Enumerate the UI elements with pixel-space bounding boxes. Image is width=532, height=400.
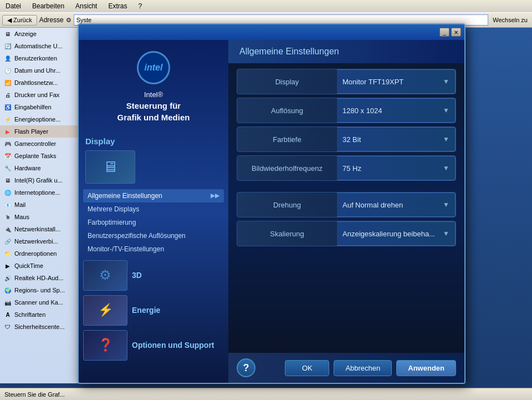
- geplante-icon: 📅: [3, 151, 12, 160]
- sidebar-label-mail: Mail: [14, 201, 25, 208]
- cancel-button[interactable]: Abbrechen: [334, 360, 392, 376]
- resolution-arrow-icon: ▼: [443, 107, 449, 114]
- left-panel: intel Intel® Steuerung für Grafik und Me…: [79, 40, 228, 383]
- sidebar-label-intel: Intel(R) Grafik u...: [14, 177, 63, 184]
- display-dropdown[interactable]: Monitor TFT19XPT ▼: [337, 69, 456, 94]
- status-bar: Steuern Sie die Graf...: [0, 388, 532, 400]
- display-thumbnail: 🖥: [85, 150, 135, 184]
- minimize-button[interactable]: _: [439, 28, 449, 37]
- sidebar-label-geplante: Geplante Tasks: [14, 153, 57, 159]
- menu-bar: Datei Bearbeiten Ansicht Extras ?: [0, 0, 532, 12]
- sidebar-item-quicktime[interactable]: ▶ QuickTime: [0, 260, 81, 272]
- rotation-dropdown[interactable]: Auf Normal drehen ▼: [337, 193, 456, 217]
- sidebar-label-sicherheit: Sicherheitscente...: [14, 323, 65, 330]
- sidebar-item-scanner[interactable]: 📷 Scanner und Ka...: [0, 296, 81, 308]
- sidebar-label-schriften: Schriftarten: [14, 311, 45, 318]
- apply-button[interactable]: Anwenden: [396, 360, 456, 376]
- sidebar-item-eingabe[interactable]: ♿ Eingabehilfen: [0, 101, 81, 113]
- nav-farboptimierung[interactable]: Farboptimierung: [83, 216, 224, 229]
- sidebar-item-energie[interactable]: ⚡ Energieoptione...: [0, 113, 81, 125]
- address-system-icon: ⚙: [66, 17, 71, 24]
- menu-bearbeiten[interactable]: Bearbeiten: [29, 1, 68, 11]
- help-label: ?: [243, 362, 249, 374]
- menu-extras[interactable]: Extras: [105, 1, 130, 11]
- nav-allgemeine[interactable]: Allgemeine Einstellungen ▶▶: [83, 189, 224, 202]
- netzwerk2-icon: 🔗: [3, 237, 12, 246]
- sidebar-item-hardware[interactable]: 🔧 Hardware: [0, 162, 81, 174]
- sidebar-item-ordner[interactable]: 📁 Ordneroptionen: [0, 247, 81, 260]
- optionen-support-icon: ❓: [98, 338, 113, 352]
- color-depth-dropdown[interactable]: 32 Bit ▼: [337, 127, 456, 151]
- resolution-dropdown[interactable]: 1280 x 1024 ▼: [337, 98, 456, 123]
- section-divider: [237, 184, 456, 189]
- sidebar-list: 🖥 Anzeige 🔄 Automatische U... 👤 Benutzer…: [0, 28, 82, 383]
- dialog-body: intel Intel® Steuerung für Grafik und Me…: [79, 40, 464, 383]
- energie-thumb-item[interactable]: ⚡ Energie: [83, 295, 224, 326]
- ok-button[interactable]: OK: [285, 360, 329, 376]
- nav-monitor-tv[interactable]: Monitor-/TV-Einstellungen: [83, 242, 224, 256]
- help-button[interactable]: ?: [237, 358, 255, 377]
- sidebar-label-anzeige: Anzeige: [14, 31, 37, 37]
- 3d-gear-icon: ⚙: [99, 267, 111, 283]
- monitor-icon: 🖥: [103, 158, 118, 176]
- sidebar-label-maus: Maus: [14, 214, 29, 220]
- sidebar-label-scanner: Scanner und Ka...: [14, 299, 63, 306]
- sidebar-label-netzwerk2: Netzwerkverbi...: [14, 238, 58, 245]
- intel-logo: intel: [137, 51, 170, 84]
- menu-help[interactable]: ?: [135, 1, 145, 11]
- sidebar-item-realtek[interactable]: 🔊 Realtek HD-Aud...: [0, 272, 81, 284]
- sidebar-label-ordner: Ordneroptionen: [14, 250, 57, 257]
- automatische-icon: 🔄: [3, 42, 12, 50]
- sidebar-item-maus[interactable]: 🖱 Maus: [0, 211, 81, 223]
- 3d-thumb-item[interactable]: ⚙ 3D: [83, 260, 224, 291]
- sidebar-item-drahtlos[interactable]: 📶 Drahtlosnetzw...: [0, 77, 81, 89]
- intel-icon: 🖥: [3, 176, 12, 185]
- sidebar-item-netzwerk1[interactable]: 🔌 Netzwerkinstall...: [0, 223, 81, 235]
- nav-benutzerspezifisch[interactable]: Benutzerspezifische Auflösungen: [83, 229, 224, 242]
- right-header-title: Allgemeine Einstellungen: [239, 47, 339, 56]
- intel-subtitle-line1: Steuerung für: [126, 101, 181, 110]
- sidebar-item-benutzerkonten[interactable]: 👤 Benutzerkonten: [0, 52, 81, 64]
- sidebar-item-netzwerk2[interactable]: 🔗 Netzwerkverbi...: [0, 235, 81, 247]
- energie-section: ⚡ Energie: [79, 293, 228, 328]
- sidebar-item-internet[interactable]: 🌐 Internetoptione...: [0, 186, 81, 199]
- 3d-section: ⚙ 3D: [79, 258, 228, 293]
- nav-mehrere[interactable]: Mehrere Displays: [83, 202, 224, 216]
- sidebar-item-automatische[interactable]: 🔄 Automatische U...: [0, 40, 81, 52]
- sidebar-item-mail[interactable]: 📧 Mail: [0, 199, 81, 211]
- eingabe-icon: ♿: [3, 103, 12, 112]
- display-setting-row: Display Monitor TFT19XPT ▼: [237, 69, 456, 94]
- status-text: Steuern Sie die Graf...: [4, 391, 65, 398]
- sidebar-item-intel[interactable]: 🖥 Intel(R) Grafik u...: [0, 174, 81, 186]
- scaling-setting-row: Skalierung Anzeigeskalierung beibeha... …: [237, 221, 456, 246]
- sidebar-item-sicherheit[interactable]: 🛡 Sicherheitscente...: [0, 321, 81, 333]
- optionen-thumbnail: ❓: [83, 330, 127, 361]
- refresh-dropdown[interactable]: 75 Hz ▼: [337, 156, 456, 180]
- energie-thumbnail: ⚡: [83, 295, 127, 326]
- scaling-dropdown[interactable]: Anzeigeskalierung beibeha... ▼: [337, 221, 456, 246]
- menu-datei[interactable]: Datei: [2, 1, 24, 11]
- sidebar-item-regions[interactable]: 🌍 Regions- und Sp...: [0, 284, 81, 296]
- sidebar-label-netzwerk1: Netzwerkinstall...: [14, 226, 60, 232]
- scaling-arrow-icon: ▼: [443, 230, 449, 237]
- back-button[interactable]: ◀ Zurück: [2, 15, 37, 26]
- optionen-section: ❓ Optionen und Support: [79, 328, 228, 363]
- sidebar-item-drucker[interactable]: 🖨 Drucker und Fax: [0, 89, 81, 101]
- sidebar-item-schriften[interactable]: A Schriftarten: [0, 308, 81, 321]
- resolution-setting-row: Auflösung 1280 x 1024 ▼: [237, 98, 456, 123]
- sidebar-item-geplante[interactable]: 📅 Geplante Tasks: [0, 150, 81, 162]
- color-depth-arrow-icon: ▼: [443, 135, 449, 143]
- close-button[interactable]: ✕: [451, 28, 461, 37]
- drahtlos-icon: 📶: [3, 78, 12, 87]
- menu-ansicht[interactable]: Ansicht: [72, 1, 100, 11]
- nav-mehrere-label: Mehrere Displays: [88, 205, 139, 213]
- optionen-thumb-item[interactable]: ❓ Optionen und Support: [83, 330, 224, 361]
- sidebar-label-flash: Flash Player: [14, 128, 48, 135]
- rotation-setting-row: Drehung Auf Normal drehen ▼: [237, 192, 456, 217]
- sidebar-item-gamecontroller[interactable]: 🎮 Gamecontroller: [0, 138, 81, 150]
- sidebar-item-datum[interactable]: 🕐 Datum und Uhr...: [0, 64, 81, 77]
- sidebar-item-flash[interactable]: ▶ Flash Player: [0, 125, 81, 138]
- internet-icon: 🌐: [3, 188, 12, 197]
- realtek-icon: 🔊: [3, 274, 12, 282]
- sidebar-item-anzeige[interactable]: 🖥 Anzeige: [0, 28, 81, 40]
